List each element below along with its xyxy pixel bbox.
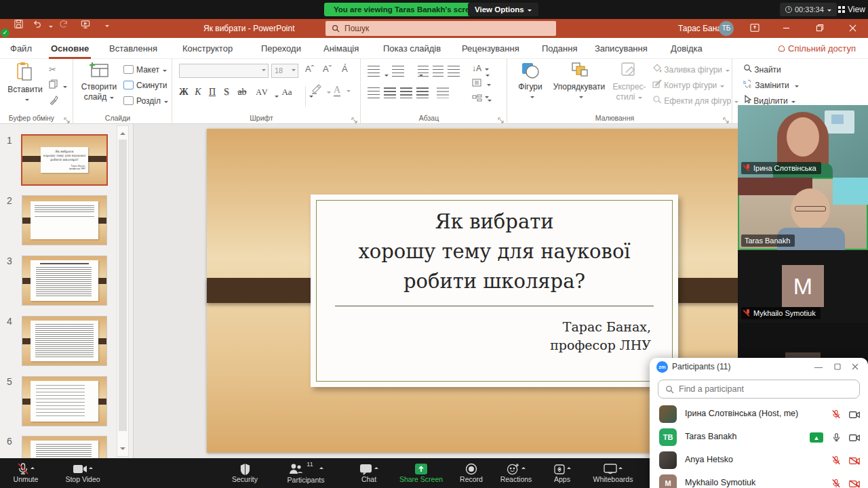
align-center-button[interactable] bbox=[384, 87, 396, 98]
grow-font-button[interactable]: Аˆ bbox=[305, 62, 314, 76]
stop-video-button[interactable]: Stop Video bbox=[56, 460, 110, 483]
video-tile-mykhailo[interactable]: M Mykhailo Symotiuk bbox=[738, 250, 868, 323]
tab-slideshow[interactable]: Показ слайдів bbox=[381, 38, 443, 59]
section-button[interactable]: Розділ bbox=[123, 94, 168, 108]
video-tile-partial[interactable] bbox=[738, 323, 868, 358]
font-color-button[interactable]: А bbox=[334, 83, 351, 97]
format-painter-button[interactable] bbox=[49, 96, 58, 109]
replace-button[interactable]: bc Замінити bbox=[743, 79, 799, 92]
align-left-button[interactable] bbox=[368, 87, 380, 98]
slide-title-box[interactable]: Як вибрати хорошу тему для наукової роби… bbox=[311, 195, 678, 387]
unmute-button[interactable]: Unmute bbox=[5, 460, 46, 483]
shape-effects-button[interactable]: Ефекти для фігур bbox=[652, 94, 738, 108]
ribbon-display-button[interactable] bbox=[743, 19, 766, 38]
chevron-up-icon[interactable] bbox=[89, 465, 93, 469]
columns-button[interactable] bbox=[437, 87, 449, 98]
tab-transitions[interactable]: Переходи bbox=[259, 38, 303, 59]
search-box[interactable]: Пошук bbox=[326, 21, 556, 36]
reset-button[interactable]: Скинути bbox=[123, 79, 167, 92]
reactions-button[interactable]: Reactions bbox=[494, 460, 538, 483]
shape-fill-button[interactable]: Заливка фігури bbox=[652, 63, 730, 77]
panel-close-button[interactable] bbox=[849, 361, 861, 373]
copy-button[interactable] bbox=[49, 79, 67, 93]
close-button[interactable] bbox=[841, 19, 864, 38]
tab-file[interactable]: Файл bbox=[8, 38, 34, 59]
paste-button[interactable]: Вставити bbox=[5, 62, 45, 104]
paragraph-dialog-launcher[interactable] bbox=[498, 115, 505, 121]
clipboard-dialog-launcher[interactable] bbox=[64, 115, 71, 121]
tab-record[interactable]: Записування bbox=[593, 38, 650, 59]
minimize-button[interactable] bbox=[774, 19, 797, 38]
slide-thumbnail-5[interactable] bbox=[22, 377, 106, 426]
undo-button[interactable] bbox=[33, 19, 53, 38]
tab-insert[interactable]: Вставлення bbox=[107, 38, 159, 59]
bold-button[interactable]: Ж bbox=[178, 85, 190, 100]
chevron-up-icon[interactable] bbox=[31, 465, 35, 469]
panel-maximize-button[interactable] bbox=[831, 361, 844, 373]
new-slide-button[interactable]: Створити слайд bbox=[79, 62, 119, 102]
font-size-combo[interactable]: 18 bbox=[271, 64, 298, 78]
font-name-combo[interactable] bbox=[179, 64, 269, 78]
scroll-down-arrow[interactable] bbox=[120, 447, 125, 453]
line-spacing-button[interactable] bbox=[448, 66, 460, 77]
numbering-button[interactable] bbox=[392, 66, 404, 77]
text-shadow-button[interactable]: S bbox=[221, 85, 232, 100]
slide-thumbnail-3[interactable] bbox=[22, 256, 106, 305]
slide-thumbnail-2[interactable] bbox=[22, 196, 106, 245]
redo-button[interactable] bbox=[58, 19, 68, 38]
find-button[interactable]: Знайти bbox=[743, 63, 781, 77]
share-access-button[interactable]: Спільний доступ bbox=[778, 38, 856, 59]
avatar[interactable]: ТБ bbox=[719, 21, 734, 36]
chevron-up-icon[interactable] bbox=[319, 465, 323, 469]
apps-button[interactable]: Apps bbox=[546, 460, 578, 483]
quick-styles-button[interactable]: Експрес- стилі bbox=[610, 62, 648, 102]
save-button[interactable] bbox=[14, 19, 24, 38]
slide-thumbnail-4[interactable] bbox=[22, 317, 106, 365]
justify-button[interactable] bbox=[416, 87, 429, 98]
tab-animations[interactable]: Анімація bbox=[321, 38, 361, 59]
customize-qat-button[interactable] bbox=[102, 19, 109, 38]
video-tile-iryna[interactable]: Ірина Слотвінська bbox=[738, 105, 868, 178]
tab-design[interactable]: Конструктор bbox=[180, 38, 235, 59]
panel-minimize-button[interactable]: — bbox=[812, 361, 825, 373]
participant-row[interactable]: M Mykhailo Symotiuk bbox=[650, 472, 868, 488]
video-tile-taras[interactable]: Taras Banakh bbox=[738, 178, 868, 250]
chevron-up-icon[interactable] bbox=[521, 465, 526, 469]
participants-header[interactable]: zm Participants (11) — bbox=[650, 358, 868, 375]
align-right-button[interactable] bbox=[400, 87, 412, 98]
strikethrough-button[interactable]: ab bbox=[235, 85, 250, 100]
participant-row[interactable]: Ірина Слотвінська (Host, me) bbox=[650, 403, 868, 426]
shape-outline-button[interactable]: Контур фігури bbox=[652, 79, 724, 92]
tab-home[interactable]: Основне bbox=[49, 38, 91, 59]
slide-thumbnail-6[interactable] bbox=[22, 436, 106, 458]
scrollbar-thumb[interactable] bbox=[119, 140, 127, 431]
restore-button[interactable] bbox=[808, 19, 831, 38]
text-direction-button[interactable]: ↓A bbox=[472, 62, 489, 75]
whiteboards-button[interactable]: Whiteboards bbox=[585, 460, 642, 483]
increase-indent-button[interactable] bbox=[433, 66, 443, 77]
chevron-up-icon[interactable] bbox=[374, 465, 378, 469]
arrange-button[interactable]: Упорядкувати bbox=[551, 62, 608, 101]
underline-button[interactable]: П bbox=[206, 85, 218, 100]
smartart-button[interactable] bbox=[472, 93, 492, 106]
cut-button[interactable]: ✂ bbox=[49, 63, 56, 77]
participant-search-input[interactable] bbox=[679, 380, 848, 398]
chat-button[interactable]: Chat bbox=[350, 460, 388, 483]
change-case-button[interactable]: Аа bbox=[279, 85, 294, 100]
participant-row[interactable]: TB Taras Banakh bbox=[650, 426, 868, 449]
tab-view[interactable]: Подання bbox=[540, 38, 580, 59]
scroll-up-arrow[interactable] bbox=[120, 129, 125, 135]
italic-button[interactable]: К bbox=[193, 85, 203, 100]
decrease-indent-button[interactable] bbox=[418, 66, 429, 77]
participants-button[interactable]: 11 Participants bbox=[279, 460, 332, 484]
chevron-up-icon[interactable] bbox=[567, 465, 571, 469]
record-button[interactable]: Record bbox=[451, 460, 492, 483]
view-button[interactable]: View bbox=[838, 3, 865, 16]
view-options-button[interactable]: View Options bbox=[468, 3, 538, 16]
slide-thumbnail-1[interactable]: Як вибратихорошу тему для науковоїробити… bbox=[22, 136, 106, 184]
char-spacing-button[interactable]: АV bbox=[254, 85, 270, 100]
align-text-button[interactable] bbox=[472, 77, 491, 91]
shapes-button[interactable]: Фігури bbox=[513, 62, 548, 101]
layout-button[interactable]: Макет bbox=[123, 63, 167, 77]
tab-review[interactable]: Рецензування bbox=[460, 38, 521, 59]
